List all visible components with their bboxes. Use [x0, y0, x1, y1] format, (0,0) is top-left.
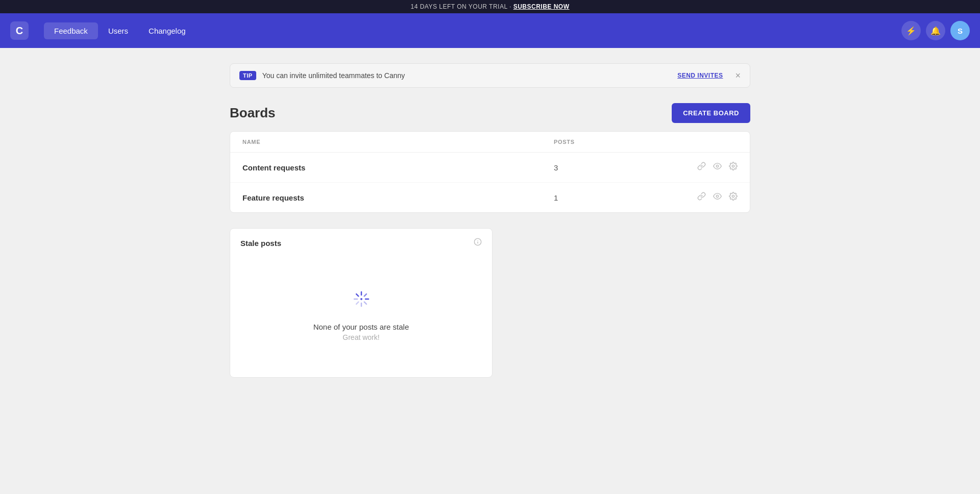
create-board-button[interactable]: CREATE BOARD [672, 103, 750, 123]
col-actions-label [656, 139, 738, 145]
tip-badge: TIP [239, 71, 256, 80]
board-posts-content-requests: 3 [554, 163, 656, 172]
svg-point-0 [716, 165, 718, 167]
tip-close-button[interactable]: × [735, 71, 741, 80]
lightning-icon: ⚡ [906, 26, 916, 36]
stale-empty-subtext: Great work! [342, 333, 379, 341]
board-name-content-requests: Content requests [242, 163, 554, 172]
boards-title: Boards [230, 105, 276, 121]
settings-icon-feature-requests[interactable] [729, 192, 738, 203]
send-invites-link[interactable]: SEND INVITES [677, 72, 723, 79]
bell-button[interactable]: 🔔 [926, 21, 945, 40]
svg-line-15 [356, 302, 358, 304]
trial-banner: 14 DAYS LEFT ON YOUR TRIAL · SUBSCRIBE N… [0, 0, 980, 13]
col-name-label: NAME [242, 139, 554, 145]
boards-header: Boards CREATE BOARD [230, 103, 750, 123]
nav: C Feedback Users Changelog ⚡ 🔔 S [0, 13, 980, 48]
nav-actions: ⚡ 🔔 S [901, 21, 970, 40]
stale-empty-text: None of your posts are stale [313, 323, 409, 331]
avatar-button[interactable]: S [950, 21, 970, 40]
nav-links: Feedback Users Changelog [44, 22, 901, 39]
svg-point-1 [732, 165, 734, 167]
board-actions-feature-requests [656, 192, 738, 203]
tip-banner: TIP You can invite unlimited teammates t… [230, 63, 750, 88]
main-content: TIP You can invite unlimited teammates t… [219, 48, 761, 393]
link-icon-feature-requests[interactable] [697, 192, 706, 203]
board-name-feature-requests: Feature requests [242, 193, 554, 202]
nav-link-users[interactable]: Users [98, 22, 138, 39]
stale-posts-header: Stale posts [230, 229, 492, 257]
bell-icon: 🔔 [930, 26, 941, 36]
nav-link-feedback[interactable]: Feedback [44, 22, 98, 39]
table-row: Feature requests 1 [230, 183, 750, 212]
subscribe-link[interactable]: SUBSCRIBE NOW [513, 3, 570, 10]
table-header: NAME POSTS [230, 132, 750, 153]
svg-line-12 [356, 294, 358, 296]
table-row: Content requests 3 [230, 153, 750, 183]
svg-point-3 [732, 195, 734, 197]
link-icon-content-requests[interactable] [697, 162, 706, 173]
tip-text: You can invite unlimited teammates to Ca… [262, 71, 672, 80]
svg-line-14 [364, 294, 366, 296]
boards-table: NAME POSTS Content requests 3 [230, 131, 750, 213]
settings-icon-content-requests[interactable] [729, 162, 738, 173]
board-posts-feature-requests: 1 [554, 193, 656, 202]
view-icon-feature-requests[interactable] [713, 192, 722, 203]
svg-point-7 [360, 298, 362, 300]
trial-text: 14 DAYS LEFT ON YOUR TRIAL · [410, 3, 513, 10]
nav-link-changelog[interactable]: Changelog [138, 22, 196, 39]
lightning-button[interactable]: ⚡ [901, 21, 921, 40]
info-icon[interactable] [474, 238, 482, 248]
col-posts-label: POSTS [554, 139, 656, 145]
stale-posts-card: Stale posts [230, 228, 493, 378]
loading-spinner-icon [350, 288, 373, 310]
view-icon-content-requests[interactable] [713, 162, 722, 173]
stale-posts-body: None of your posts are stale Great work! [230, 257, 492, 377]
stale-posts-title: Stale posts [240, 239, 469, 248]
board-actions-content-requests [656, 162, 738, 173]
svg-point-2 [716, 195, 718, 197]
svg-line-13 [364, 302, 366, 304]
logo[interactable]: C [10, 21, 29, 40]
